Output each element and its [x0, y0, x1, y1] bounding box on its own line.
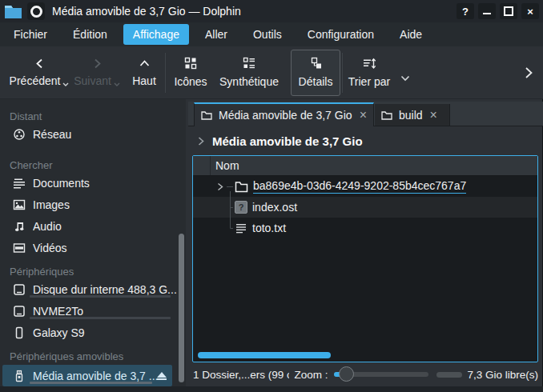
- sidebar-item-label: Vidéos: [33, 242, 67, 254]
- items-summary: 1 Dossier,...ers (99 o): [193, 369, 289, 381]
- sidebar-scrollbar[interactable]: [179, 234, 184, 382]
- sort-dropdown-chevron-icon[interactable]: [400, 75, 410, 82]
- menu-edition[interactable]: Édition: [63, 24, 117, 45]
- breadcrumb-chevron-icon: [198, 137, 204, 146]
- icons-view-button[interactable]: Icônes: [167, 50, 214, 96]
- hard-drive-icon: [12, 283, 26, 296]
- sidebar-item-images[interactable]: Images: [0, 194, 186, 215]
- usb-drive-icon: [12, 370, 26, 382]
- compact-view-label: Synthétique: [219, 75, 279, 88]
- sidebar-item-label: Images: [33, 198, 70, 211]
- folder-icon: [201, 110, 212, 120]
- sidebar-item-videos[interactable]: Vidéos: [0, 237, 186, 258]
- sidebar-item-nvme2to[interactable]: NVME2To: [0, 300, 186, 322]
- minimize-icon: [483, 13, 491, 14]
- menu-aller[interactable]: Aller: [195, 24, 237, 45]
- section-peripheriques: Périphériques: [0, 266, 186, 278]
- window-controls: ? ×: [457, 3, 539, 19]
- film-icon: [12, 242, 26, 254]
- zoom-label: Zoom :: [294, 369, 328, 381]
- close-button[interactable]: ×: [521, 3, 539, 19]
- tab-label: build: [399, 109, 423, 122]
- tab-build[interactable]: build ×: [375, 104, 450, 126]
- media-emblem-icon: [30, 6, 42, 18]
- toolbar-separator: [165, 53, 166, 93]
- icons-view-icon: [184, 57, 197, 70]
- compact-view-button[interactable]: Synthétique: [214, 50, 284, 96]
- expander-column: [193, 156, 211, 175]
- back-label: Précédent: [10, 74, 61, 87]
- sidebar-item-label: Média amovible de 3,7 ...: [33, 370, 157, 382]
- back-button[interactable]: Précédent: [10, 50, 69, 96]
- smartphone-icon: [12, 326, 26, 339]
- eject-icon-bar: [157, 378, 167, 380]
- sidebar-item-media-amovible[interactable]: Média amovible de 3,7 ...: [2, 365, 172, 386]
- compact-view-icon: [243, 57, 255, 70]
- sidebar-item-disque-interne[interactable]: Disque dur interne 488,3 G...: [0, 278, 186, 300]
- details-view-label: Détails: [299, 75, 333, 88]
- menu-bar: Fichier Édition Affichage Aller Outils C…: [0, 22, 543, 46]
- main-pane: Média amovible de 3,7 Gio × build × Médi…: [188, 99, 543, 386]
- horizontal-scrollbar[interactable]: [198, 352, 331, 358]
- column-header[interactable]: Nom: [193, 156, 537, 176]
- help-button[interactable]: ?: [457, 3, 474, 19]
- sort-icon: [363, 58, 376, 70]
- maximize-button[interactable]: [500, 3, 517, 19]
- main-toolbar: Précédent Suivant Haut Icônes Synthétiqu…: [0, 46, 543, 99]
- tab-bar: Média amovible de 3,7 Gio × build ×: [188, 102, 543, 126]
- menu-aide[interactable]: Aide: [390, 24, 432, 45]
- dolphin-window: { "window": { "title": "Média amovible d…: [0, 0, 543, 392]
- menu-configuration[interactable]: Configuration: [298, 24, 384, 45]
- file-row-toto-txt[interactable]: toto.txt: [193, 218, 537, 238]
- chevron-right-icon: [92, 58, 103, 69]
- unknown-file-icon: ?: [235, 201, 247, 214]
- menu-outils[interactable]: Outils: [243, 24, 292, 45]
- sort-by-label: Trier par: [348, 75, 390, 88]
- window-title: Média amovible de 3,7 Gio — Dolphin: [52, 5, 241, 18]
- file-row-folder[interactable]: ba869e4b-03d6-4249-9202-85b4cec767a7: [193, 176, 537, 197]
- folder-icon: [235, 181, 248, 193]
- window-menu-button[interactable]: [27, 2, 45, 20]
- zoom-slider[interactable]: [334, 366, 428, 383]
- menu-fichier[interactable]: Fichier: [4, 24, 57, 45]
- sidebar-item-documents[interactable]: Documents: [0, 172, 186, 194]
- capacity-bar: [30, 295, 171, 298]
- sidebar-item-audio[interactable]: Audio: [0, 215, 186, 237]
- tab-media-amovible[interactable]: Média amovible de 3,7 Gio ×: [194, 102, 374, 126]
- title-bar: Média amovible de 3,7 Gio — Dolphin ? ×: [0, 0, 543, 22]
- eject-icon: [157, 372, 167, 378]
- folder-icon: [381, 110, 392, 120]
- maximize-icon: [504, 6, 513, 16]
- chevron-left-icon: [34, 58, 45, 69]
- sidebar-item-reseau[interactable]: Réseau: [0, 123, 186, 145]
- dolphin-app-icon: [4, 4, 22, 19]
- tab-close-icon[interactable]: ×: [360, 110, 367, 121]
- eject-button[interactable]: [157, 372, 167, 380]
- details-view-button[interactable]: Détails: [291, 50, 340, 96]
- toolbar-overflow-chevron-icon[interactable]: [525, 66, 533, 79]
- documents-icon: [12, 177, 26, 190]
- expand-arrow-icon[interactable]: [216, 182, 224, 191]
- zoom-slider-knob[interactable]: [339, 366, 354, 382]
- breadcrumb-location[interactable]: Média amovible de 3,7 Gio: [212, 134, 363, 148]
- sidebar-item-label: Audio: [33, 220, 62, 233]
- sidebar-item-galaxy-s9[interactable]: Galaxy S9: [0, 322, 186, 343]
- tab-close-icon[interactable]: ×: [430, 110, 437, 121]
- status-bar: 1 Dossier,...ers (99 o) Zoom : 7,3 Gio l…: [188, 362, 543, 386]
- up-button[interactable]: Haut: [125, 50, 163, 96]
- content-area: Distant Réseau Chercher Documents Images…: [0, 99, 543, 386]
- minimize-button[interactable]: [478, 3, 496, 19]
- network-icon: [12, 128, 26, 141]
- up-label: Haut: [132, 74, 156, 87]
- file-name[interactable]: ba869e4b-03d6-4249-9202-85b4cec767a7: [253, 179, 466, 194]
- free-space-label: 7,3 Gio libre(s): [467, 369, 538, 381]
- menu-affichage[interactable]: Affichage: [123, 24, 189, 45]
- column-name[interactable]: Nom: [211, 156, 239, 175]
- file-name[interactable]: toto.txt: [252, 222, 286, 234]
- breadcrumb: Média amovible de 3,7 Gio: [188, 126, 543, 155]
- file-view: Nom ba869e4b-03d6-4249-9202-85b4cec767a7…: [192, 155, 538, 362]
- file-name[interactable]: index.ost: [252, 201, 297, 214]
- sort-by-button[interactable]: Trier par: [346, 50, 392, 96]
- forward-button[interactable]: Suivant: [69, 50, 125, 96]
- file-row-index-ost[interactable]: ? index.ost: [193, 197, 537, 218]
